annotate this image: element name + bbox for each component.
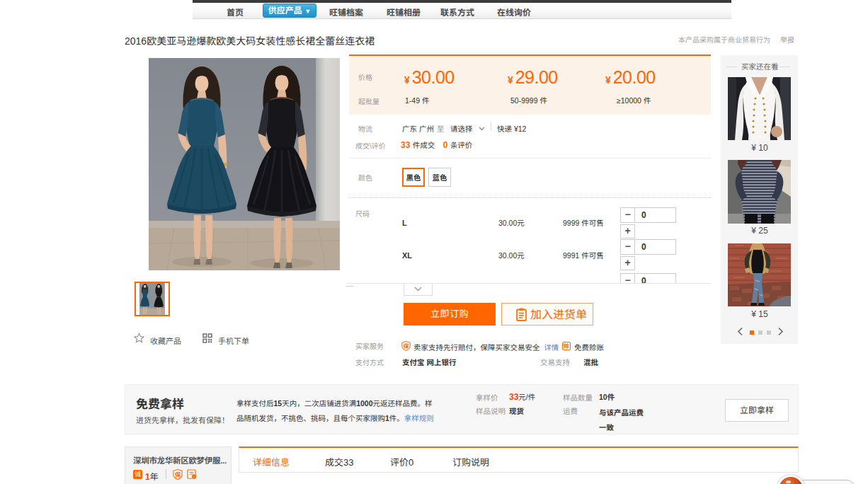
svg-text:保: 保: [175, 471, 181, 478]
svg-text:保: 保: [404, 343, 409, 350]
